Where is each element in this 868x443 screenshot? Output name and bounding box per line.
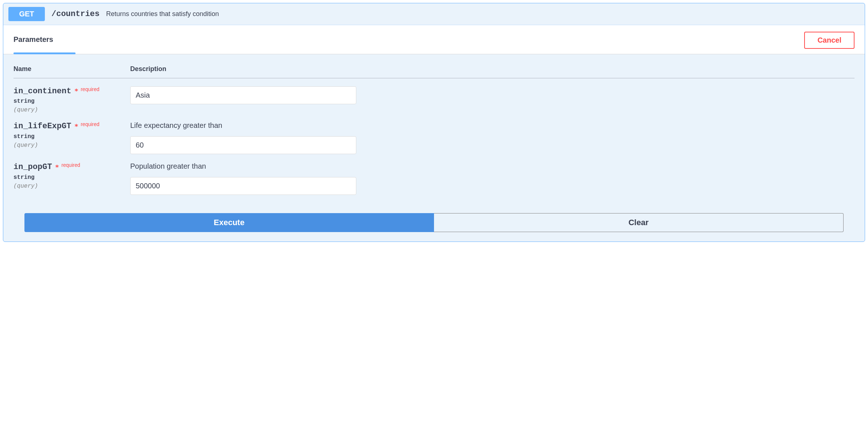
param-description: Life expectancy greater than [130, 121, 855, 130]
operation-block: GET /countries Returns countries that sa… [3, 3, 865, 242]
param-input-in_popGT[interactable] [130, 177, 356, 195]
execute-button[interactable]: Execute [24, 213, 434, 232]
param-type: string [13, 98, 130, 105]
endpoint-path: /countries [51, 9, 100, 19]
endpoint-description: Returns countries that satisfy condition [106, 10, 219, 18]
parameters-body: Name Description in_continent * required… [3, 54, 865, 242]
param-name: in_continent [13, 87, 71, 96]
column-header-name: Name [13, 54, 130, 78]
http-method-badge: GET [8, 7, 45, 21]
param-type: string [13, 133, 130, 140]
required-star-icon: * [55, 163, 59, 171]
parameters-table: Name Description in_continent * required… [13, 54, 855, 195]
clear-button[interactable]: Clear [434, 213, 844, 232]
parameters-section-header: Parameters Cancel [3, 25, 865, 54]
column-header-description: Description [130, 54, 855, 78]
param-name: in_popGT [13, 163, 52, 172]
required-star-icon: * [74, 87, 78, 95]
table-row: in_continent * required string (query) [13, 78, 855, 114]
param-location: (query) [13, 107, 130, 113]
cancel-button[interactable]: Cancel [804, 32, 855, 49]
table-row: in_lifeExpGT * required string (query) L… [13, 113, 855, 154]
required-label: required [61, 162, 80, 168]
tab-parameters[interactable]: Parameters [13, 35, 53, 50]
tab-underline [13, 52, 75, 54]
param-type: string [13, 174, 130, 181]
required-label: required [81, 121, 99, 127]
table-row: in_popGT * required string (query) Popul… [13, 154, 855, 195]
required-label: required [81, 86, 99, 92]
action-buttons: Execute Clear [13, 213, 855, 232]
param-location: (query) [13, 183, 130, 189]
param-location: (query) [13, 142, 130, 149]
required-star-icon: * [74, 122, 78, 130]
param-name: in_lifeExpGT [13, 122, 71, 131]
param-input-in_continent[interactable] [130, 86, 356, 104]
param-input-in_lifeExpGT[interactable] [130, 136, 356, 154]
operation-summary[interactable]: GET /countries Returns countries that sa… [3, 3, 865, 25]
param-description: Population greater than [130, 162, 855, 170]
